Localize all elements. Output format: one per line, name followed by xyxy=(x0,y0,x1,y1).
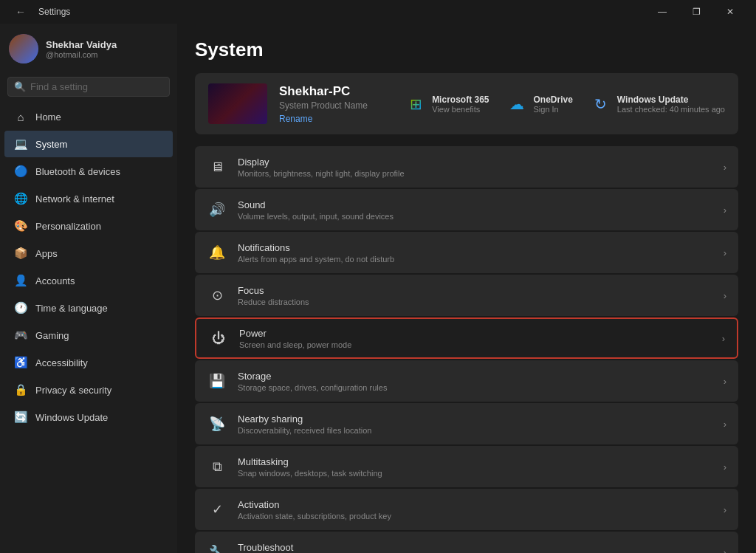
multitasking-chevron: › xyxy=(724,461,726,473)
sidebar-item-system[interactable]: 💻 System xyxy=(4,131,173,157)
pc-links: ⊞ Microsoft 365 View benefits ☁ OneDrive… xyxy=(405,94,725,114)
search-icon: 🔍 xyxy=(14,81,26,92)
multitasking-title: Multitasking xyxy=(238,456,713,467)
winupdate-title: Windows Update xyxy=(617,95,725,105)
nearby-chevron: › xyxy=(724,419,726,430)
notifications-chevron: › xyxy=(724,247,726,258)
nearby-icon: 📡 xyxy=(207,413,227,434)
power-title: Power xyxy=(239,328,712,339)
avatar xyxy=(9,34,38,63)
storage-sub: Storage space, drives, configuration rul… xyxy=(238,383,713,392)
bluetooth-icon: 🔵 xyxy=(13,164,28,179)
window-title: Settings xyxy=(38,7,70,17)
sidebar-label-personalization: Personalization xyxy=(35,221,101,232)
sidebar-item-update[interactable]: 🔄 Windows Update xyxy=(4,404,173,430)
notifications-icon: 🔔 xyxy=(207,242,227,263)
onedrive-title: OneDrive xyxy=(533,95,572,105)
focus-sub: Reduce distractions xyxy=(238,298,713,306)
system-icon: 💻 xyxy=(13,137,28,151)
sidebar-item-network[interactable]: 🌐 Network & internet xyxy=(4,185,173,212)
user-email: @hotmail.com xyxy=(46,50,117,59)
nearby-title: Nearby sharing xyxy=(238,413,713,425)
focus-icon: ⊙ xyxy=(207,285,227,306)
notifications-sub: Alerts from apps and system, do not dist… xyxy=(238,255,713,264)
apps-icon: 📦 xyxy=(13,246,28,261)
sidebar: Shekhar Vaidya @hotmail.com 🔍 ⌂ Home 💻 S… xyxy=(0,24,177,553)
display-chevron: › xyxy=(724,162,726,173)
search-input[interactable] xyxy=(30,81,163,92)
display-icon: 🖥 xyxy=(207,157,227,177)
sidebar-item-bluetooth[interactable]: 🔵 Bluetooth & devices xyxy=(4,158,173,185)
pc-rename-link[interactable]: Rename xyxy=(279,114,394,124)
pc-card: Shekhar-PC System Product Name Rename ⊞ … xyxy=(195,73,738,134)
sidebar-item-accounts[interactable]: 👤 Accounts xyxy=(4,267,173,294)
pc-name: Shekhar-PC xyxy=(279,84,394,99)
privacy-icon: 🔒 xyxy=(13,382,28,397)
nearby-sub: Discoverability, received files location xyxy=(238,426,713,435)
sidebar-label-accounts: Accounts xyxy=(35,275,75,286)
gaming-icon: 🎮 xyxy=(13,328,28,343)
sidebar-item-accessibility[interactable]: ♿ Accessibility xyxy=(4,349,173,376)
activation-sub: Activation state, subscriptions, product… xyxy=(238,512,713,521)
sidebar-label-system: System xyxy=(35,139,67,150)
settings-item-nearby[interactable]: 📡 Nearby sharing Discoverability, receiv… xyxy=(195,403,738,444)
sound-sub: Volume levels, output, input, sound devi… xyxy=(238,212,713,221)
settings-item-power[interactable]: ⏻ Power Screen and sleep, power mode › xyxy=(195,317,738,359)
sidebar-item-time[interactable]: 🕐 Time & language xyxy=(4,295,173,321)
update-icon: 🔄 xyxy=(13,410,28,425)
storage-title: Storage xyxy=(238,371,713,382)
troubleshoot-title: Troubleshoot xyxy=(238,542,713,553)
storage-chevron: › xyxy=(724,376,726,387)
focus-chevron: › xyxy=(724,290,726,301)
sidebar-label-apps: Apps xyxy=(35,248,58,259)
multitasking-icon: ⧉ xyxy=(207,456,227,477)
page-title: System xyxy=(195,38,738,61)
maximize-button[interactable]: ❐ xyxy=(679,0,713,24)
troubleshoot-chevron: › xyxy=(724,547,726,554)
pc-link-winupdate[interactable]: ↻ Windows Update Last checked: 40 minute… xyxy=(591,94,725,114)
accounts-icon: 👤 xyxy=(13,273,28,288)
network-icon: 🌐 xyxy=(13,191,28,206)
sidebar-item-home[interactable]: ⌂ Home xyxy=(4,103,173,130)
ms365-title: Microsoft 365 xyxy=(432,95,489,105)
activation-chevron: › xyxy=(724,504,726,515)
sidebar-item-personalization[interactable]: 🎨 Personalization xyxy=(4,213,173,239)
title-bar: ← Settings — ❐ ✕ xyxy=(0,0,756,24)
minimize-button[interactable]: — xyxy=(645,0,679,24)
settings-item-sound[interactable]: 🔊 Sound Volume levels, output, input, so… xyxy=(195,189,738,230)
settings-item-multitasking[interactable]: ⧉ Multitasking Snap windows, desktops, t… xyxy=(195,446,738,487)
main-content: System Shekhar-PC System Product Name Re… xyxy=(177,24,756,553)
sidebar-item-privacy[interactable]: 🔒 Privacy & security xyxy=(4,377,173,403)
activation-title: Activation xyxy=(238,499,713,510)
sidebar-label-privacy: Privacy & security xyxy=(35,385,111,396)
back-button[interactable]: ← xyxy=(9,4,32,19)
settings-list: 🖥 Display Monitors, brightness, night li… xyxy=(195,146,738,553)
home-icon: ⌂ xyxy=(13,109,28,124)
settings-item-activation[interactable]: ✓ Activation Activation state, subscript… xyxy=(195,489,738,530)
sound-icon: 🔊 xyxy=(207,199,227,220)
search-box[interactable]: 🔍 xyxy=(7,77,170,97)
sidebar-item-apps[interactable]: 📦 Apps xyxy=(4,240,173,267)
notifications-title: Notifications xyxy=(238,242,713,253)
onedrive-icon: ☁ xyxy=(506,94,527,114)
close-button[interactable]: ✕ xyxy=(713,0,747,24)
winupdate-sub: Last checked: 40 minutes ago xyxy=(617,105,725,114)
pc-link-onedrive[interactable]: ☁ OneDrive Sign In xyxy=(506,94,572,114)
time-icon: 🕐 xyxy=(13,300,28,315)
sidebar-item-gaming[interactable]: 🎮 Gaming xyxy=(4,322,173,348)
settings-item-display[interactable]: 🖥 Display Monitors, brightness, night li… xyxy=(195,146,738,188)
power-sub: Screen and sleep, power mode xyxy=(239,340,712,349)
pc-image xyxy=(208,83,267,124)
settings-item-storage[interactable]: 💾 Storage Storage space, drives, configu… xyxy=(195,360,738,402)
power-icon: ⏻ xyxy=(208,328,229,348)
settings-item-focus[interactable]: ⊙ Focus Reduce distractions › xyxy=(195,275,738,316)
ms365-sub: View benefits xyxy=(432,105,489,114)
winupdate-icon: ↻ xyxy=(591,94,611,114)
user-profile[interactable]: Shekhar Vaidya @hotmail.com xyxy=(0,24,177,74)
focus-title: Focus xyxy=(238,285,713,296)
display-title: Display xyxy=(238,157,713,168)
settings-item-troubleshoot[interactable]: 🔧 Troubleshoot Recommended troubleshoote… xyxy=(195,532,738,553)
settings-item-notifications[interactable]: 🔔 Notifications Alerts from apps and sys… xyxy=(195,232,738,273)
pc-link-ms365[interactable]: ⊞ Microsoft 365 View benefits xyxy=(405,94,489,114)
sidebar-label-time: Time & language xyxy=(35,303,108,314)
